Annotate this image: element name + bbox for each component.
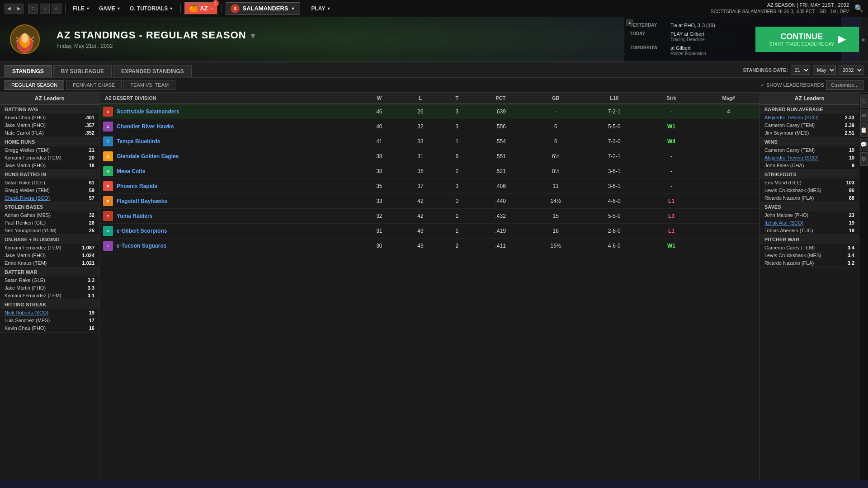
list-item[interactable]: Alejandro Trevino (SCO)10 [760, 154, 859, 162]
side-button-2[interactable]: ✉ [860, 109, 868, 122]
list-item[interactable]: Alejandro Trevino (SCO)2.33 [760, 114, 859, 122]
stat-section-header: STOLEN BASES [0, 202, 99, 211]
list-item[interactable]: Satan Rake (GLE)61 [0, 179, 99, 187]
stat-cell: 6 [528, 119, 583, 134]
side-button-3[interactable]: 📋 [860, 123, 868, 137]
tab-by-subleague[interactable]: BY SUBLEAGUE [53, 65, 112, 77]
star-icon[interactable]: ☆ [40, 4, 50, 14]
list-item[interactable]: Ricardo Nazario (FLA)3.2 [760, 259, 859, 267]
stat-value: 2.33 [845, 115, 854, 120]
play-menu[interactable]: PLAY ▼ [308, 4, 335, 14]
list-item[interactable]: Cameron Carey (TEM)10 [760, 146, 859, 154]
stat-cell: - [528, 104, 583, 119]
table-row[interactable]: MMesa Colts38352.5218½3-6-1- [99, 164, 760, 179]
list-item[interactable]: Jake Martin (PHO)3.3 [0, 284, 99, 292]
file-menu[interactable]: FILE ▼ [69, 4, 94, 14]
year-select[interactable]: 2032 [839, 66, 863, 75]
table-row[interactable]: Te-Tucson Saguaros30432.41116½4-6-0W1 [99, 239, 760, 253]
expand-right-button[interactable]: ▶ [859, 17, 868, 61]
window-icon[interactable]: □ [28, 4, 38, 14]
divider2 [180, 4, 181, 13]
list-item[interactable]: Jake Martin (PHO)18 [0, 162, 99, 169]
show-leaderboards-button[interactable]: ✓ SHOW LEADERBOARDS [760, 82, 824, 88]
list-item[interactable]: Adrian Gahan (MES)32 [0, 211, 99, 219]
title-dropdown[interactable]: ▼ [250, 32, 257, 40]
stat-section: EARNED RUN AVERAGEAlejandro Trevino (SCO… [760, 105, 859, 137]
tutorials-menu[interactable]: O. TUTORIALS ▼ [126, 4, 177, 14]
team-name-link[interactable]: e-Tucson Saguaros [117, 243, 166, 249]
list-item[interactable]: Ricardo Nazario (FLA)88 [760, 194, 859, 202]
team-name-link[interactable]: Flagstaff Bayhawks [117, 198, 167, 204]
subtab-regular-season[interactable]: REGULAR SEASON [5, 80, 64, 90]
home-icon[interactable]: ⌂ [52, 4, 61, 14]
list-item[interactable]: Kevin Chau (PHO).401 [0, 114, 99, 122]
list-item[interactable]: Nick Roberts (SCO)19 [0, 309, 99, 317]
season-info: AZ SEASON | FRI, MAY 21ST , 2032 SCOTTSD… [711, 2, 849, 15]
team-logo-tiny: G [103, 151, 113, 161]
game-menu[interactable]: GAME ▼ [95, 4, 124, 14]
side-button-1[interactable]: ⬡ [860, 94, 868, 108]
list-item[interactable]: Ben Youngblood (YUM)25 [0, 227, 99, 235]
table-row[interactable]: CChandler River Hawks40323.55665-5-0W1 [99, 119, 760, 134]
list-item[interactable]: Satan Rake (GLE)3.3 [0, 277, 99, 284]
list-item[interactable]: Tobias Aberlein (TUC)18 [760, 227, 859, 235]
team-name-link[interactable]: Tempe Bluebirds [117, 138, 160, 145]
list-item[interactable]: Erik Mond (GLE)103 [760, 179, 859, 187]
list-item[interactable]: Ernie Knaus (TEM)1.021 [0, 259, 99, 267]
subtab-pennant-chase[interactable]: PENNANT CHASE [66, 80, 122, 90]
list-item[interactable]: Kymani Fernandez (TEM)1.087 [0, 244, 99, 252]
top-navigation: ◀ ▶ □ ☆ ⌂ FILE ▼ GAME ▼ O. TUTORIALS ▼ 🍊… [0, 0, 868, 17]
continue-button[interactable]: CONTINUE Start Trade Deadline Day ▶ [755, 27, 859, 52]
day-select[interactable]: 21 [791, 66, 810, 75]
side-button-4[interactable]: 💬 [860, 138, 868, 151]
table-row[interactable]: YYuma Raiders32421.432155-5-0L3 [99, 209, 760, 224]
tab-expanded-standings[interactable]: EXPANDED STANDINGS [113, 65, 192, 77]
stat-cell: 42 [400, 194, 441, 209]
subtab-team-vs-team[interactable]: TEAM VS. TEAM [123, 80, 175, 90]
team-name-link[interactable]: e-Gilbert Scorpions [117, 228, 167, 234]
list-item[interactable]: Kymani Fernandez (TEM)3.1 [0, 292, 99, 300]
table-row[interactable]: TTempe Bluebirds41331.55467-3-0W4 [99, 134, 760, 149]
table-row[interactable]: GGlendale Golden Eagles38316.5516½7-2-1- [99, 149, 760, 164]
list-item[interactable]: Cameron Carey (TEM)3.4 [760, 244, 859, 252]
side-button-5[interactable]: ⚙ [860, 152, 868, 166]
list-item[interactable]: Chuck Rivera (SCO)57 [0, 194, 99, 202]
stat-cell: 35 [359, 179, 400, 194]
list-item[interactable]: Cameron Carey (TEM)2.39 [760, 122, 859, 129]
list-item[interactable]: Luis Sanchez (MES)17 [0, 317, 99, 324]
team-selector[interactable]: S SALAMANDERS ▼ [226, 2, 300, 15]
list-item[interactable]: Gregg Welles (TEM)59 [0, 187, 99, 194]
back-button[interactable]: ◀ [5, 4, 14, 14]
list-item[interactable]: Kymani Fernandez (TEM)20 [0, 154, 99, 162]
list-item[interactable]: Gregg Welles (TEM)21 [0, 146, 99, 154]
search-button[interactable]: 🔍 [854, 4, 863, 13]
team-name-link[interactable]: Glendale Golden Eagles [117, 153, 179, 160]
table-row[interactable]: SScottsdale Salamanders46263.639-7-2-1-4 [99, 104, 760, 119]
forward-button[interactable]: ▶ [14, 4, 24, 14]
stat-value: 21 [89, 147, 94, 153]
list-item[interactable]: Jim Seymour (MES)2.51 [760, 129, 859, 137]
list-item[interactable]: Kevin Chau (PHO)16 [0, 324, 99, 332]
list-item[interactable]: John Fales (CHA)9 [760, 162, 859, 169]
team-name-link[interactable]: Chandler River Hawks [117, 123, 174, 130]
team-name-link[interactable]: Mesa Colts [117, 168, 145, 174]
list-item[interactable]: Jake Martin (PHO)1.024 [0, 252, 99, 259]
divider [65, 4, 66, 13]
team-name-link[interactable]: Yuma Raiders [117, 213, 152, 219]
customize-button[interactable]: Customize... [826, 80, 863, 90]
tab-standings[interactable]: STANDINGS [5, 65, 52, 77]
collapse-schedule-button[interactable]: ▲ [626, 19, 633, 26]
list-item[interactable]: Paul Renken (GIL)26 [0, 219, 99, 227]
team-name-link[interactable]: Phoenix Rapids [117, 183, 157, 189]
list-item[interactable]: Lewis Cruickshank (MES)3.4 [760, 252, 859, 259]
list-item[interactable]: John Malone (PHO)23 [760, 211, 859, 219]
list-item[interactable]: Jake Martin (PHO).357 [0, 122, 99, 129]
month-select[interactable]: May [813, 66, 836, 75]
table-row[interactable]: PPhoenix Rapids35373.486113-6-1- [99, 179, 760, 194]
table-row[interactable]: FFlagstaff Bayhawks33420.44014½4-6-0L1 [99, 194, 760, 209]
list-item[interactable]: Itzhak Atar (SCO)19 [760, 219, 859, 227]
team-name-link[interactable]: Scottsdale Salamanders [117, 108, 179, 115]
list-item[interactable]: Nate Carrol (FLA).352 [0, 129, 99, 137]
table-row[interactable]: Ge-Gilbert Scorpions31431.419162-8-0L1 [99, 224, 760, 239]
list-item[interactable]: Lewis Cruickshank (MES)96 [760, 187, 859, 194]
